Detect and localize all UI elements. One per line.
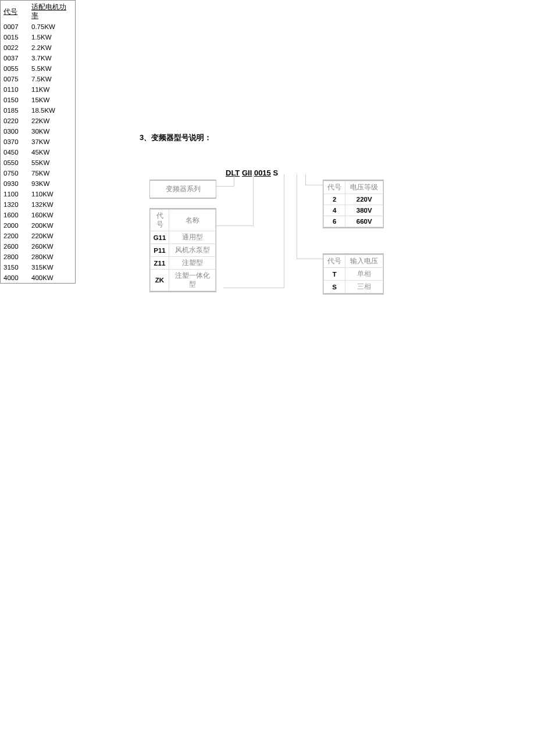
- table-cell: 3150: [1, 262, 27, 273]
- table-row: 00070.75KW: [1, 22, 75, 32]
- table-cell: 0150: [1, 95, 27, 105]
- connector-line: [253, 174, 254, 226]
- table-cell: 22KW: [27, 116, 75, 126]
- table-cell: 75KW: [27, 168, 75, 178]
- table-cell: 11KW: [27, 84, 75, 95]
- table-cell: 2: [324, 194, 345, 205]
- table-cell: 0550: [1, 157, 27, 168]
- connector-line: [223, 288, 284, 288]
- table-row: 2000200KW: [1, 220, 75, 231]
- table-cell: G11: [151, 231, 169, 244]
- table-row: 4000400KW: [1, 273, 75, 283]
- table-cell: 0220: [1, 116, 27, 126]
- table-row: 4380V: [324, 205, 383, 216]
- table-row: P11风机水泵型: [151, 244, 216, 257]
- table-cell: 1100: [1, 189, 27, 199]
- table-cell: 0.75KW: [27, 22, 75, 32]
- connector-line: [305, 174, 306, 185]
- table-row: 030030KW: [1, 126, 75, 137]
- power-table: 代号 适配电机功率 00070.75KW00151.5KW00222.2KW00…: [0, 0, 76, 284]
- input-header-value: 输入电压: [345, 255, 383, 268]
- table-row: 1320132KW: [1, 199, 75, 210]
- table-row: 2200220KW: [1, 231, 75, 241]
- table-row: 018518.5KW: [1, 105, 75, 116]
- table-cell: 1.5KW: [27, 32, 75, 42]
- connector-line: [284, 174, 284, 288]
- voltage-table: 代号 电压等级 2220V4380V6660V: [323, 180, 384, 228]
- table-row: 055055KW: [1, 157, 75, 168]
- table-cell: 0007: [1, 22, 27, 32]
- table-cell: 200KW: [27, 220, 75, 231]
- model-part-input: S: [273, 169, 278, 177]
- table-row: 1100110KW: [1, 189, 75, 199]
- power-header-code: 代号: [1, 1, 27, 22]
- type-header-code: 代号: [151, 210, 169, 231]
- table-cell: 2600: [1, 241, 27, 252]
- table-cell: 6: [324, 216, 345, 227]
- table-row: 011011KW: [1, 84, 75, 95]
- table-cell: 1320: [1, 199, 27, 210]
- table-cell: 0055: [1, 63, 27, 74]
- table-cell: Z11: [151, 257, 169, 270]
- input-voltage-table: 代号 输入电压 T单相S三相: [323, 253, 384, 295]
- table-cell: 单相: [345, 268, 383, 281]
- connector-line: [297, 174, 297, 259]
- connector-line: [305, 185, 323, 185]
- table-row: 022022KW: [1, 116, 75, 126]
- model-part-type: GII: [242, 169, 252, 177]
- table-cell: 55KW: [27, 157, 75, 168]
- table-cell: 0450: [1, 147, 27, 157]
- table-cell: 18.5KW: [27, 105, 75, 116]
- table-row: Z11注塑型: [151, 257, 216, 270]
- table-row: 00151.5KW: [1, 32, 75, 42]
- table-row: 2600260KW: [1, 241, 75, 252]
- table-cell: 220V: [345, 194, 383, 205]
- table-cell: 0750: [1, 168, 27, 178]
- table-cell: 220KW: [27, 231, 75, 241]
- table-cell: 0015: [1, 32, 27, 42]
- table-cell: 37KW: [27, 137, 75, 147]
- table-row: T单相: [324, 268, 383, 281]
- table-cell: 7.5KW: [27, 74, 75, 84]
- table-row: 00222.2KW: [1, 42, 75, 53]
- table-cell: 4: [324, 205, 345, 216]
- table-cell: 132KW: [27, 199, 75, 210]
- type-header-name: 名称: [169, 210, 216, 231]
- table-row: ZK注塑一体化型: [151, 270, 216, 291]
- table-cell: 45KW: [27, 147, 75, 157]
- table-row: 00373.7KW: [1, 53, 75, 63]
- series-label: 变频器系列: [150, 181, 216, 198]
- table-cell: 4000: [1, 273, 27, 283]
- table-cell: 5.5KW: [27, 63, 75, 74]
- table-cell: 15KW: [27, 95, 75, 105]
- table-cell: 通用型: [169, 231, 216, 244]
- table-cell: 380V: [345, 205, 383, 216]
- input-header-code: 代号: [324, 255, 345, 268]
- type-table: 代号 名称 G11通用型P11风机水泵型Z11注塑型ZK注塑一体化型: [149, 208, 216, 292]
- connector-line: [234, 174, 234, 187]
- table-row: 075075KW: [1, 168, 75, 178]
- model-part-power: 0015: [254, 169, 271, 177]
- table-cell: 0110: [1, 84, 27, 95]
- table-cell: 注塑型: [169, 257, 216, 270]
- series-box: 变频器系列: [149, 180, 216, 199]
- connector-line: [297, 259, 323, 259]
- table-row: 045045KW: [1, 147, 75, 157]
- connector-line: [216, 186, 234, 187]
- table-row: 3150315KW: [1, 262, 75, 273]
- power-header-value: 适配电机功率: [27, 1, 75, 22]
- voltage-header-level: 电压等级: [345, 181, 383, 194]
- table-cell: 风机水泵型: [169, 244, 216, 257]
- table-row: 6660V: [324, 216, 383, 227]
- table-cell: 2000: [1, 220, 27, 231]
- table-row: 1600160KW: [1, 210, 75, 220]
- model-part-series: DLT: [226, 169, 240, 177]
- table-row: 093093KW: [1, 178, 75, 189]
- table-cell: 30KW: [27, 126, 75, 137]
- table-cell: 2800: [1, 252, 27, 262]
- table-cell: 0037: [1, 53, 27, 63]
- table-cell: 0075: [1, 74, 27, 84]
- table-cell: 1600: [1, 210, 27, 220]
- voltage-header-code: 代号: [324, 181, 345, 194]
- table-cell: 260KW: [27, 241, 75, 252]
